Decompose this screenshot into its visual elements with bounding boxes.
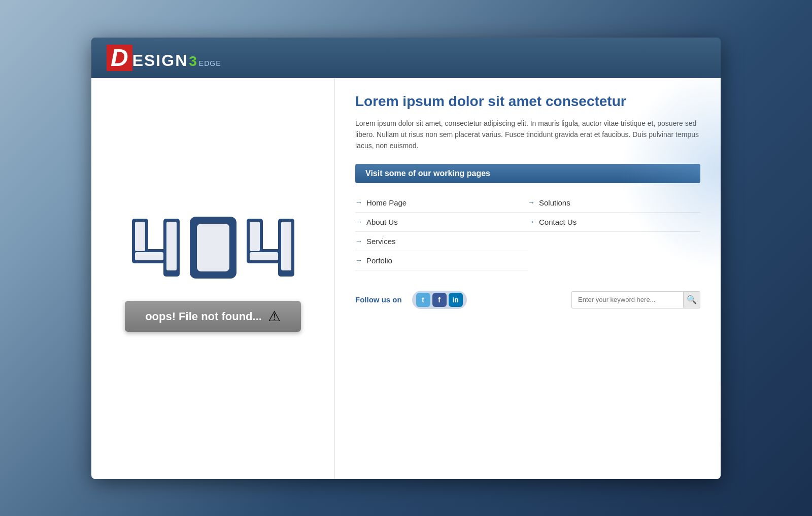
working-pages-label: Visit some of our working pages <box>365 169 490 178</box>
links-grid: → Home Page → About Us → Services → Porf… <box>355 193 700 270</box>
main-heading: Lorem ipsum dolor sit amet consectetur <box>355 93 700 110</box>
logo: D ESIGN 3 EDGE <box>107 45 221 71</box>
nav-link-label: Services <box>366 237 396 246</box>
follow-label: Follow us on <box>355 295 402 304</box>
nav-link-label: Porfolio <box>366 256 392 265</box>
error-message: oops! File not found... ⚠ <box>125 301 301 332</box>
logo-edge: EDGE <box>199 59 221 67</box>
logo-esign: ESIGN <box>132 51 188 70</box>
logo-number: 3 <box>189 53 197 70</box>
arrow-icon: → <box>355 237 362 245</box>
search-area: 🔍 <box>571 291 700 308</box>
links-left-col: → Home Page → About Us → Services → Porf… <box>355 193 528 270</box>
svg-rect-13 <box>250 252 278 260</box>
right-panel: Lorem ipsum dolor sit amet consectetur L… <box>335 78 721 479</box>
svg-rect-3 <box>166 222 177 270</box>
arrow-icon: → <box>528 218 535 226</box>
description-text: Lorem ipsum dolor sit amet, consectetur … <box>355 118 700 152</box>
arrow-icon: → <box>528 198 535 207</box>
svg-rect-7 <box>197 224 229 271</box>
nav-link-aboutus[interactable]: → About Us <box>355 213 528 232</box>
links-right-col: → Solutions → Contact Us <box>528 193 700 270</box>
nav-link-label: Solutions <box>539 198 570 207</box>
digit-0 <box>188 215 239 281</box>
digit-4-right <box>243 215 298 281</box>
svg-rect-11 <box>281 222 291 270</box>
warning-icon: ⚠ <box>268 308 281 325</box>
svg-rect-5 <box>135 252 163 260</box>
twitter-button[interactable]: t <box>416 293 430 307</box>
arrow-icon: → <box>355 256 362 264</box>
browser-frame: D ESIGN 3 EDGE <box>91 38 721 479</box>
error-text: oops! File not found... <box>145 310 262 323</box>
search-button[interactable]: 🔍 <box>683 291 700 308</box>
left-panel: oops! File not found... ⚠ <box>91 78 335 479</box>
nav-link-label: About Us <box>366 218 398 226</box>
facebook-button[interactable]: f <box>432 293 447 307</box>
content-area: oops! File not found... ⚠ Lorem ipsum do… <box>91 78 721 479</box>
logo-d: D <box>107 45 132 71</box>
header-bar: D ESIGN 3 EDGE <box>91 38 721 78</box>
search-icon: 🔍 <box>687 295 697 304</box>
svg-rect-12 <box>250 222 260 251</box>
nav-link-services[interactable]: → Services <box>355 232 528 251</box>
working-pages-bar: Visit some of our working pages <box>355 164 700 183</box>
social-icons: t f in <box>412 291 467 309</box>
error-404 <box>128 215 298 281</box>
nav-link-label: Home Page <box>366 198 407 207</box>
digit-4-left <box>128 215 184 281</box>
nav-link-portfolio[interactable]: → Porfolio <box>355 251 528 270</box>
nav-link-contactus[interactable]: → Contact Us <box>528 213 700 232</box>
svg-rect-4 <box>135 222 145 251</box>
arrow-icon: → <box>355 218 362 226</box>
nav-link-solutions[interactable]: → Solutions <box>528 193 700 213</box>
linkedin-button[interactable]: in <box>449 293 463 307</box>
nav-link-label: Contact Us <box>539 218 577 226</box>
search-input[interactable] <box>571 291 683 308</box>
arrow-icon: → <box>355 198 362 207</box>
bottom-bar: Follow us on t f in 🔍 <box>355 286 700 309</box>
nav-link-homepage[interactable]: → Home Page <box>355 193 528 213</box>
